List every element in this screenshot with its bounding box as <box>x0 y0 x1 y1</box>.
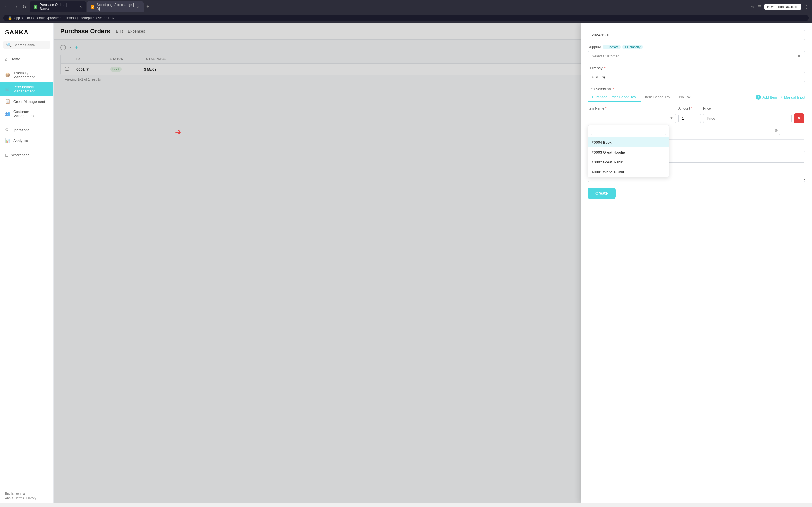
privacy-link[interactable]: Privacy <box>26 496 36 500</box>
item-selection-label: Item Selection * <box>588 87 805 91</box>
lock-icon: 🔒 <box>8 16 12 20</box>
dropdown-search-input[interactable] <box>591 128 666 135</box>
tabs-container: S Purchase Orders | Sanka ✕ D Select pag… <box>30 1 151 12</box>
add-item-icon: ↑ <box>756 95 761 100</box>
amount-input[interactable] <box>678 114 701 123</box>
url-text: app.sanka.io/modules/procurementmanageme… <box>14 16 114 20</box>
sidebar-item-workspace[interactable]: ◻ Workspace <box>0 150 53 160</box>
language-label: English (en) <box>5 492 22 495</box>
sidebar-item-order[interactable]: 📋 Order Management <box>0 96 53 107</box>
sidebar-item-procurement[interactable]: 🛒 Procurement Management <box>0 82 53 96</box>
sidebar-item-analytics[interactable]: 📊 Analytics <box>0 135 53 146</box>
tab-django[interactable]: D Select page2 to change | Dja... ✕ <box>87 1 144 12</box>
extension-icon[interactable]: ☰ <box>758 4 762 10</box>
search-input[interactable] <box>13 43 47 47</box>
sidebar-item-label-workspace: Workspace <box>11 153 30 157</box>
sidebar-item-inventory[interactable]: 📦 Inventory Management <box>0 68 53 82</box>
item-name-select[interactable] <box>588 114 676 123</box>
amount-header: Amount * <box>678 107 701 110</box>
price-header: Price <box>703 107 792 110</box>
nav-divider-2 <box>0 122 53 123</box>
item-form: Item Name * Amount * Price <box>588 107 805 123</box>
date-field <box>588 30 805 40</box>
workspace-icon: ◻ <box>5 152 8 158</box>
supplier-label: Supplier + Contact + Company <box>588 45 805 49</box>
sidebar-footer: English (en) ▲ About Terms Privacy <box>0 488 53 503</box>
browser-actions: ☆ ☰ New Chrome available ⋮ <box>751 4 809 10</box>
contact-badge[interactable]: + Contact <box>603 45 620 49</box>
more-options-icon[interactable]: ⋮ <box>804 4 809 10</box>
date-input[interactable] <box>588 30 805 40</box>
terms-link[interactable]: Terms <box>15 496 24 500</box>
tab-close-1[interactable]: ✕ <box>79 5 82 9</box>
sidebar: SANKA 🔍 ⌂ Home 📦 Inventory Management 🛒 … <box>0 23 54 503</box>
sidebar-item-home[interactable]: ⌂ Home <box>0 54 53 64</box>
new-tab-button[interactable]: + <box>145 4 151 10</box>
tab-label-1: Purchase Orders | Sanka <box>40 3 77 11</box>
app-logo: SANKA <box>0 23 53 41</box>
tab-favicon-django: D <box>91 5 94 9</box>
currency-required: * <box>604 66 606 70</box>
language-selector[interactable]: English (en) ▲ <box>5 492 48 495</box>
sidebar-item-label-order: Order Management <box>13 100 45 104</box>
procurement-icon: 🛒 <box>5 87 10 92</box>
sidebar-item-label-home: Home <box>10 57 20 61</box>
main-content: Purchase Orders Bills Expenses ⋮ + ID ST… <box>54 23 812 503</box>
item-name-header: Item Name * <box>588 107 676 110</box>
inventory-icon: 📦 <box>5 72 10 77</box>
remove-item-button[interactable]: ✕ <box>794 113 804 123</box>
customer-icon: 👥 <box>5 111 10 116</box>
browser-tab-bar: ← → ↻ S Purchase Orders | Sanka ✕ D Sele… <box>0 0 812 13</box>
sidebar-item-label-operations: Operations <box>11 128 30 132</box>
item-selection-field: Item Selection * Purchase Order Based Ta… <box>588 87 805 152</box>
tab-item-based-tax[interactable]: Item Based Tax <box>641 93 675 102</box>
dropdown-item-2[interactable]: #0003 Great Hoodie <box>588 147 669 157</box>
operations-icon: ⚙ <box>5 127 9 132</box>
tab-po-based-tax[interactable]: Purchase Order Based Tax <box>588 93 641 102</box>
item-name-select-wrap: ▼ <box>588 114 676 123</box>
about-link[interactable]: About <box>5 496 13 500</box>
dropdown-item-1[interactable]: #0004 Book <box>588 137 669 147</box>
tab-no-tax[interactable]: No Tax <box>675 93 695 102</box>
plus-icon-company: + <box>624 45 626 49</box>
percent-icon: % <box>774 128 777 132</box>
back-button[interactable]: ← <box>3 3 10 10</box>
tab-close-2[interactable]: ✕ <box>137 5 140 9</box>
tab-purchase-orders[interactable]: S Purchase Orders | Sanka ✕ <box>30 1 86 12</box>
address-bar[interactable]: 🔒 app.sanka.io/modules/procurementmanage… <box>3 15 809 21</box>
create-button[interactable]: Create <box>588 187 616 199</box>
customer-select[interactable]: Select Customer <box>588 51 805 61</box>
sidebar-item-customer[interactable]: 👥 Customer Management <box>0 107 53 121</box>
customer-select-wrap: Select Customer ▼ <box>588 51 805 61</box>
address-bar-row: 🔒 app.sanka.io/modules/procurementmanage… <box>0 13 812 23</box>
supplier-field: Supplier + Contact + Company Select Cust… <box>588 45 805 61</box>
add-item-button[interactable]: ↑ Add Item <box>756 95 777 100</box>
star-icon[interactable]: ☆ <box>751 4 755 10</box>
sidebar-item-label-analytics: Analytics <box>13 138 28 143</box>
forward-button[interactable]: → <box>12 3 19 10</box>
chrome-available-notice[interactable]: New Chrome available <box>764 4 801 10</box>
chevron-up-icon: ▲ <box>22 492 26 495</box>
currency-input[interactable] <box>588 72 805 82</box>
nav-divider-3 <box>0 148 53 148</box>
footer-links: About Terms Privacy <box>5 496 48 500</box>
currency-field: Currency * <box>588 66 805 82</box>
analytics-icon: 📊 <box>5 138 10 143</box>
manual-input-button[interactable]: + Manual Input <box>780 95 805 100</box>
item-tab-actions: ↑ Add Item + Manual Input <box>756 95 805 100</box>
price-input[interactable] <box>703 114 792 123</box>
app-container: SANKA 🔍 ⌂ Home 📦 Inventory Management 🛒 … <box>0 23 812 503</box>
item-selection-required: * <box>612 87 614 91</box>
dropdown-search <box>588 125 669 137</box>
plus-icon-contact: + <box>605 45 607 49</box>
dropdown-item-3[interactable]: #0002 Great T-shirt <box>588 157 669 167</box>
company-badge[interactable]: + Company <box>622 45 643 49</box>
dropdown-item-4[interactable]: #0001 White T-Shirt <box>588 167 669 177</box>
tab-label-2: Select page2 to change | Dja... <box>96 3 135 11</box>
plus-icon-manual: + <box>780 95 783 100</box>
sidebar-item-label-customer: Customer Management <box>13 110 48 118</box>
search-bar[interactable]: 🔍 <box>3 41 50 49</box>
reload-button[interactable]: ↻ <box>21 3 28 11</box>
home-icon: ⌂ <box>5 57 8 61</box>
sidebar-item-operations[interactable]: ⚙ Operations <box>0 124 53 135</box>
